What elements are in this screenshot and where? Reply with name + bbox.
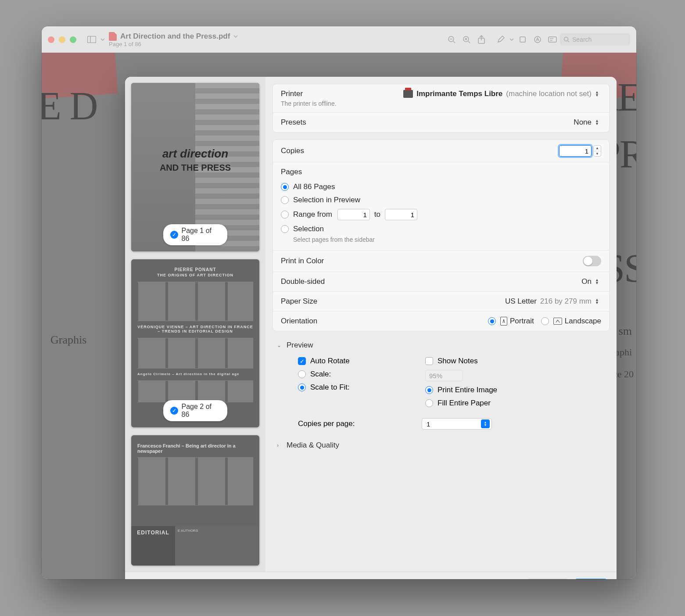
printer-location: (machine location not set) xyxy=(506,90,592,98)
presets-value: None xyxy=(574,118,592,127)
markup-icon[interactable] xyxy=(493,33,508,46)
auto-rotate-checkbox[interactable]: ✓Auto Rotate xyxy=(298,357,425,365)
page-thumbnails[interactable]: art directionAND THE PRESS ✓ Page 1 of 8… xyxy=(125,77,265,572)
zoom-out-icon[interactable] xyxy=(444,33,459,46)
scale-percent-input[interactable]: 95% xyxy=(425,370,463,381)
scale-to-fit-radio[interactable]: Scale to Fit: xyxy=(298,383,425,392)
media-quality-section: › Media & Quality xyxy=(265,438,617,452)
svg-point-16 xyxy=(564,37,568,41)
select-arrows-icon: ▲▼ xyxy=(481,419,490,428)
chevron-down-icon: ⌄ xyxy=(277,342,283,348)
copies-row: Copies ▲▼ xyxy=(273,140,609,162)
maximize-icon[interactable] xyxy=(70,36,76,43)
updown-icon[interactable]: ▲▼ xyxy=(595,297,601,305)
copies-per-page-label: Copies per page: xyxy=(298,419,413,428)
dialog-footer: ? PDF Cancel Print xyxy=(125,572,617,579)
radio-icon xyxy=(281,196,289,204)
svg-line-3 xyxy=(453,41,455,43)
orientation-row: Orientation Portrait xyxy=(273,312,609,331)
pages-selection-preview-radio[interactable]: Selection in Preview xyxy=(281,196,601,204)
print-dialog: art directionAND THE PRESS ✓ Page 1 of 8… xyxy=(125,77,617,579)
radio-icon xyxy=(488,317,496,325)
check-icon: ✓ xyxy=(170,231,178,239)
check-icon: ✓ xyxy=(170,407,178,415)
copies-stepper[interactable]: ▲▼ xyxy=(593,145,601,157)
fill-entire-paper-radio[interactable]: Fill Entire Paper xyxy=(425,399,605,408)
media-quality-disclosure-toggle[interactable]: › Media & Quality xyxy=(277,438,605,452)
share-icon[interactable] xyxy=(474,33,489,46)
sidebar-toggle-icon[interactable] xyxy=(84,33,99,46)
title-chevron-icon[interactable] xyxy=(233,35,238,38)
updown-icon[interactable]: ▲▼ xyxy=(595,118,601,126)
portrait-icon xyxy=(500,317,507,326)
svg-rect-11 xyxy=(520,37,525,42)
paper-dimensions: 216 by 279 mm xyxy=(540,297,592,306)
search-input[interactable]: Search xyxy=(560,33,630,46)
page-status: Page 1 of 86 xyxy=(109,41,238,47)
show-notes-checkbox[interactable]: Show Notes xyxy=(425,357,605,365)
search-icon xyxy=(563,36,570,43)
close-icon[interactable] xyxy=(48,36,54,43)
pdf-menu-button[interactable]: PDF xyxy=(151,579,186,580)
radio-icon xyxy=(425,386,433,394)
presets-row[interactable]: Presets None ▲▼ xyxy=(273,113,609,132)
scale-radio[interactable]: Scale: xyxy=(298,370,425,379)
radio-icon xyxy=(281,183,289,191)
svg-line-17 xyxy=(568,41,569,42)
range-to-input[interactable] xyxy=(385,209,417,220)
updown-icon[interactable]: ▲▼ xyxy=(595,278,601,286)
thumbnail-page-1[interactable]: art directionAND THE PRESS ✓ Page 1 of 8… xyxy=(131,83,259,251)
range-from-input[interactable] xyxy=(337,209,370,220)
cancel-button[interactable]: Cancel xyxy=(527,579,569,580)
print-button[interactable]: Print xyxy=(574,579,608,580)
thumbnail-page-2[interactable]: PIERRE PONANT THE ORIGINS OF ART DIRECTI… xyxy=(131,259,259,428)
pages-selection-hint: Select pages from the sidebar xyxy=(293,236,601,243)
paper-size-row[interactable]: Paper Size US Letter 216 by 279 mm ▲▼ xyxy=(273,292,609,312)
svg-line-6 xyxy=(468,41,470,43)
print-entire-image-radio[interactable]: Print Entire Image xyxy=(425,386,605,394)
pages-range-radio[interactable]: Range from to xyxy=(281,209,601,220)
checkbox-icon: ✓ xyxy=(298,357,306,365)
form-icon[interactable] xyxy=(545,33,560,46)
pdf-file-icon xyxy=(109,32,117,41)
pages-row: Pages All 86 Pages Selection in Preview … xyxy=(273,162,609,251)
radio-icon xyxy=(541,317,549,325)
search-placeholder: Search xyxy=(572,36,592,43)
double-sided-value: On xyxy=(581,277,592,286)
print-color-toggle[interactable] xyxy=(583,256,601,266)
zoom-in-icon[interactable] xyxy=(459,33,474,46)
title-block: Art Direction and the Press.pdf Page 1 o… xyxy=(109,32,238,47)
radio-icon xyxy=(298,383,306,391)
thumb2-badge: ✓ Page 2 of 86 xyxy=(163,400,227,421)
printer-label: Printer xyxy=(281,90,303,98)
markup-tools-icon[interactable] xyxy=(530,33,545,46)
print-settings: Printer Imprimante Temps Libre (machine … xyxy=(265,77,617,572)
thumbnail-page-3[interactable]: Francesco Franchi – Being art director i… xyxy=(131,435,259,566)
svg-rect-0 xyxy=(88,36,96,43)
chevron-down-icon[interactable] xyxy=(99,33,106,46)
orientation-portrait-radio[interactable]: Portrait xyxy=(488,317,534,326)
pages-all-radio[interactable]: All 86 Pages xyxy=(281,183,601,191)
thumb1-overlay: art directionAND THE PRESS xyxy=(131,147,259,174)
updown-icon[interactable]: ▲▼ xyxy=(595,90,601,98)
preview-window: Art Direction and the Press.pdf Page 1 o… xyxy=(42,26,636,579)
preview-section: ⌄ Preview ✓Auto Rotate Scale: Scale to F… xyxy=(265,338,617,438)
pages-selection-radio[interactable]: Selection xyxy=(281,225,601,233)
orientation-landscape-radio[interactable]: Landscape xyxy=(541,317,601,326)
document-title: Art Direction and the Press.pdf xyxy=(120,32,230,41)
printer-row[interactable]: Printer Imprimante Temps Libre (machine … xyxy=(273,84,609,113)
copies-input[interactable] xyxy=(559,145,592,157)
print-color-row: Print in Color xyxy=(273,251,609,272)
minimize-icon[interactable] xyxy=(59,36,65,43)
thumb1-badge: ✓ Page 1 of 86 xyxy=(163,224,227,245)
checkbox-icon xyxy=(425,357,433,365)
printer-icon xyxy=(403,90,413,98)
copies-per-page-select[interactable]: 1 ▲▼ xyxy=(422,418,492,430)
rotate-icon[interactable] xyxy=(515,33,530,46)
printer-name: Imprimante Temps Libre xyxy=(416,90,502,98)
double-sided-row[interactable]: Double-sided On ▲▼ xyxy=(273,272,609,292)
preview-disclosure-toggle[interactable]: ⌄ Preview xyxy=(277,338,605,352)
traffic-lights xyxy=(48,36,76,43)
radio-icon xyxy=(298,370,306,378)
chevron-down-icon[interactable] xyxy=(508,33,515,46)
